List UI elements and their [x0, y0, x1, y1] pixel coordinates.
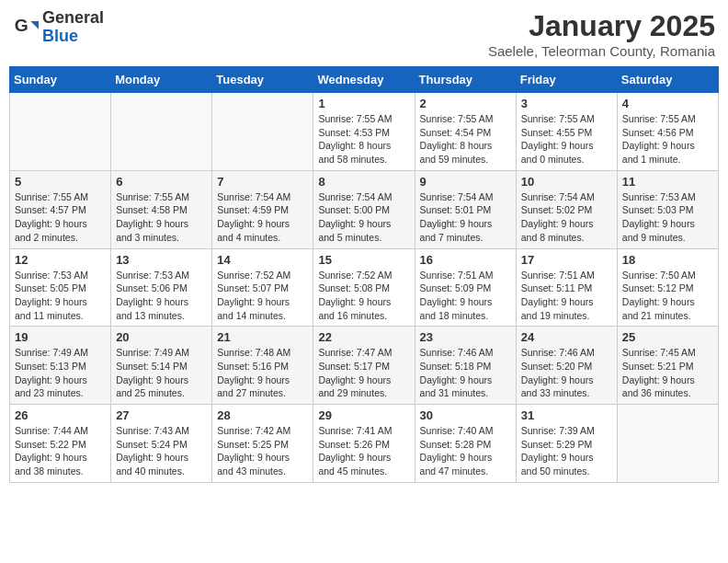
calendar-cell: 5Sunrise: 7:55 AMSunset: 4:57 PMDaylight…: [10, 170, 111, 248]
day-number: 12: [15, 253, 106, 267]
calendar-cell: 27Sunrise: 7:43 AMSunset: 5:24 PMDayligh…: [111, 405, 212, 483]
day-info: Sunrise: 7:55 AMSunset: 4:54 PMDaylight:…: [420, 112, 511, 167]
day-info: Sunrise: 7:42 AMSunset: 5:25 PMDaylight:…: [217, 424, 308, 478]
calendar-cell: 26Sunrise: 7:44 AMSunset: 5:22 PMDayligh…: [10, 405, 111, 483]
day-number: 22: [318, 330, 409, 344]
svg-marker-1: [30, 21, 39, 29]
day-info: Sunrise: 7:47 AMSunset: 5:17 PMDaylight:…: [318, 346, 409, 400]
calendar-week-row: 5Sunrise: 7:55 AMSunset: 4:57 PMDaylight…: [10, 170, 719, 248]
calendar-cell: 18Sunrise: 7:50 AMSunset: 5:12 PMDayligh…: [617, 248, 718, 327]
day-info: Sunrise: 7:48 AMSunset: 5:16 PMDaylight:…: [217, 346, 308, 400]
day-number: 1: [318, 97, 409, 110]
weekday-header-friday: Friday: [516, 67, 617, 93]
day-number: 7: [217, 175, 308, 189]
day-info: Sunrise: 7:45 AMSunset: 5:21 PMDaylight:…: [622, 346, 713, 400]
day-number: 21: [217, 330, 308, 344]
calendar-cell: 17Sunrise: 7:51 AMSunset: 5:11 PMDayligh…: [516, 248, 617, 327]
day-info: Sunrise: 7:44 AMSunset: 5:22 PMDaylight:…: [15, 424, 106, 478]
calendar-cell: 24Sunrise: 7:46 AMSunset: 5:20 PMDayligh…: [516, 327, 617, 405]
day-number: 19: [15, 330, 106, 344]
calendar-week-row: 19Sunrise: 7:49 AMSunset: 5:13 PMDayligh…: [10, 327, 719, 405]
day-info: Sunrise: 7:54 AMSunset: 5:00 PMDaylight:…: [318, 190, 409, 245]
weekday-header-sunday: Sunday: [10, 67, 111, 93]
calendar-table: SundayMondayTuesdayWednesdayThursdayFrid…: [9, 66, 719, 483]
calendar-cell: 14Sunrise: 7:52 AMSunset: 5:07 PMDayligh…: [212, 248, 313, 327]
weekday-header-saturday: Saturday: [617, 67, 718, 93]
day-number: 16: [420, 253, 511, 267]
calendar-cell: 23Sunrise: 7:46 AMSunset: 5:18 PMDayligh…: [415, 327, 516, 405]
page-header: G General Blue January 2025 Saelele, Tel…: [9, 9, 719, 59]
weekday-header-tuesday: Tuesday: [212, 67, 313, 93]
day-info: Sunrise: 7:43 AMSunset: 5:24 PMDaylight:…: [116, 424, 207, 478]
day-number: 23: [420, 330, 511, 344]
day-number: 9: [420, 175, 511, 189]
calendar-cell: 9Sunrise: 7:54 AMSunset: 5:01 PMDaylight…: [415, 170, 516, 248]
day-number: 10: [521, 175, 612, 189]
calendar-cell: 19Sunrise: 7:49 AMSunset: 5:13 PMDayligh…: [10, 327, 111, 405]
calendar-cell: 29Sunrise: 7:41 AMSunset: 5:26 PMDayligh…: [313, 405, 415, 483]
calendar-cell: 6Sunrise: 7:55 AMSunset: 4:58 PMDaylight…: [111, 170, 212, 248]
weekday-header-wednesday: Wednesday: [313, 67, 415, 93]
calendar-cell: 2Sunrise: 7:55 AMSunset: 4:54 PMDaylight…: [415, 93, 516, 171]
day-number: 4: [622, 97, 713, 110]
day-info: Sunrise: 7:55 AMSunset: 4:58 PMDaylight:…: [116, 190, 207, 245]
day-info: Sunrise: 7:49 AMSunset: 5:14 PMDaylight:…: [116, 346, 207, 400]
location-text: Saelele, Teleorman County, Romania: [488, 43, 715, 59]
day-info: Sunrise: 7:51 AMSunset: 5:11 PMDaylight:…: [521, 269, 612, 323]
calendar-week-row: 1Sunrise: 7:55 AMSunset: 4:53 PMDaylight…: [10, 93, 719, 171]
month-title: January 2025: [488, 9, 715, 43]
day-number: 29: [318, 408, 409, 422]
day-number: 30: [420, 408, 511, 422]
day-info: Sunrise: 7:54 AMSunset: 5:02 PMDaylight:…: [521, 190, 612, 245]
calendar-cell: [212, 93, 313, 171]
calendar-cell: 15Sunrise: 7:52 AMSunset: 5:08 PMDayligh…: [313, 248, 415, 327]
day-info: Sunrise: 7:51 AMSunset: 5:09 PMDaylight:…: [420, 269, 511, 323]
day-number: 31: [521, 408, 612, 422]
day-info: Sunrise: 7:52 AMSunset: 5:08 PMDaylight:…: [318, 269, 409, 323]
calendar-week-row: 26Sunrise: 7:44 AMSunset: 5:22 PMDayligh…: [10, 405, 719, 483]
day-number: 6: [116, 175, 207, 189]
day-number: 3: [521, 97, 612, 110]
weekday-header-row: SundayMondayTuesdayWednesdayThursdayFrid…: [10, 67, 719, 93]
day-info: Sunrise: 7:46 AMSunset: 5:18 PMDaylight:…: [420, 346, 511, 400]
day-info: Sunrise: 7:54 AMSunset: 4:59 PMDaylight:…: [217, 190, 308, 245]
calendar-cell: 21Sunrise: 7:48 AMSunset: 5:16 PMDayligh…: [212, 327, 313, 405]
day-number: 11: [622, 175, 713, 189]
day-number: 14: [217, 253, 308, 267]
calendar-cell: 3Sunrise: 7:55 AMSunset: 4:55 PMDaylight…: [516, 93, 617, 171]
weekday-header-thursday: Thursday: [415, 67, 516, 93]
calendar-cell: [617, 405, 718, 483]
calendar-cell: 28Sunrise: 7:42 AMSunset: 5:25 PMDayligh…: [212, 405, 313, 483]
day-number: 15: [318, 253, 409, 267]
day-info: Sunrise: 7:49 AMSunset: 5:13 PMDaylight:…: [15, 346, 106, 400]
calendar-cell: 13Sunrise: 7:53 AMSunset: 5:06 PMDayligh…: [111, 248, 212, 327]
day-info: Sunrise: 7:53 AMSunset: 5:03 PMDaylight:…: [622, 190, 713, 245]
calendar-cell: 22Sunrise: 7:47 AMSunset: 5:17 PMDayligh…: [313, 327, 415, 405]
day-info: Sunrise: 7:52 AMSunset: 5:07 PMDaylight:…: [217, 269, 308, 323]
calendar-cell: 31Sunrise: 7:39 AMSunset: 5:29 PMDayligh…: [516, 405, 617, 483]
calendar-cell: 8Sunrise: 7:54 AMSunset: 5:00 PMDaylight…: [313, 170, 415, 248]
calendar-cell: 4Sunrise: 7:55 AMSunset: 4:56 PMDaylight…: [617, 93, 718, 171]
day-info: Sunrise: 7:55 AMSunset: 4:55 PMDaylight:…: [521, 112, 612, 167]
calendar-cell: 1Sunrise: 7:55 AMSunset: 4:53 PMDaylight…: [313, 93, 415, 171]
day-number: 28: [217, 408, 308, 422]
day-number: 20: [116, 330, 207, 344]
calendar-cell: [10, 93, 111, 171]
calendar-cell: 7Sunrise: 7:54 AMSunset: 4:59 PMDaylight…: [212, 170, 313, 248]
day-number: 17: [521, 253, 612, 267]
logo: G General Blue: [13, 9, 104, 46]
day-number: 27: [116, 408, 207, 422]
day-info: Sunrise: 7:55 AMSunset: 4:53 PMDaylight:…: [318, 112, 409, 167]
day-info: Sunrise: 7:55 AMSunset: 4:57 PMDaylight:…: [15, 190, 106, 245]
day-number: 13: [116, 253, 207, 267]
day-info: Sunrise: 7:46 AMSunset: 5:20 PMDaylight:…: [521, 346, 612, 400]
day-info: Sunrise: 7:53 AMSunset: 5:06 PMDaylight:…: [116, 269, 207, 323]
calendar-cell: 11Sunrise: 7:53 AMSunset: 5:03 PMDayligh…: [617, 170, 718, 248]
logo-blue-text: Blue: [42, 28, 104, 46]
day-info: Sunrise: 7:50 AMSunset: 5:12 PMDaylight:…: [622, 269, 713, 323]
day-info: Sunrise: 7:54 AMSunset: 5:01 PMDaylight:…: [420, 190, 511, 245]
day-info: Sunrise: 7:55 AMSunset: 4:56 PMDaylight:…: [622, 112, 713, 167]
day-info: Sunrise: 7:39 AMSunset: 5:29 PMDaylight:…: [521, 424, 612, 478]
calendar-cell: 16Sunrise: 7:51 AMSunset: 5:09 PMDayligh…: [415, 248, 516, 327]
logo-icon: G: [13, 15, 39, 40]
